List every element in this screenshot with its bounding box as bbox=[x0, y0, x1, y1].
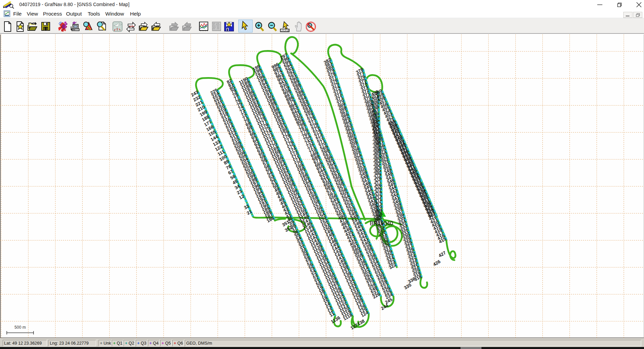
svg-text:427: 427 bbox=[437, 250, 447, 258]
svg-text:BR19040: BR19040 bbox=[370, 220, 393, 226]
svg-text:500 m: 500 m bbox=[15, 325, 26, 330]
svg-text:426: 426 bbox=[432, 259, 441, 267]
